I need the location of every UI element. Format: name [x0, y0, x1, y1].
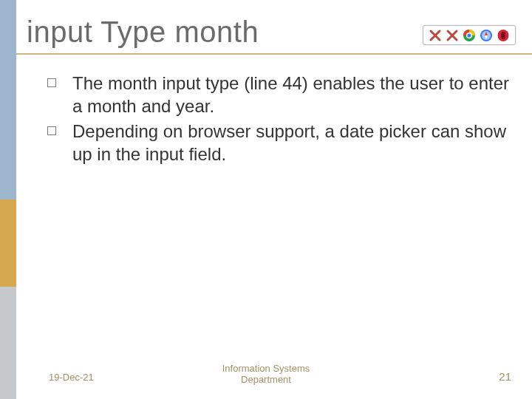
bullet-text: The month input type (line 44) enables t…: [72, 73, 509, 116]
firefox-icon: [446, 29, 459, 42]
svg-point-12: [501, 32, 505, 39]
list-item: Depending on browser support, a date pic…: [44, 120, 511, 166]
bullet-text: Depending on browser support, a date pic…: [72, 121, 506, 164]
sidebar-stripe-grey: [0, 287, 16, 399]
svg-point-6: [467, 33, 471, 37]
slide-number: 21: [499, 370, 511, 383]
footer-department-text: Information SystemsDepartment: [222, 363, 310, 385]
ie-icon: [429, 29, 442, 42]
browser-support-badge: [423, 25, 516, 45]
footer-date: 19-Dec-21: [49, 372, 94, 383]
slide-body: The month input type (line 44) enables t…: [44, 72, 511, 169]
slide-sidebar: [0, 0, 16, 399]
chrome-icon: [463, 29, 476, 42]
title-underline: [16, 53, 532, 55]
list-item: The month input type (line 44) enables t…: [44, 72, 511, 117]
bullet-square-icon: [47, 126, 56, 135]
bullet-square-icon: [47, 78, 56, 87]
sidebar-stripe-blue: [0, 0, 16, 200]
sidebar-stripe-gold: [0, 200, 16, 287]
safari-icon: [480, 29, 493, 42]
opera-icon: [497, 29, 510, 42]
slide-title: input Type month: [27, 16, 259, 47]
